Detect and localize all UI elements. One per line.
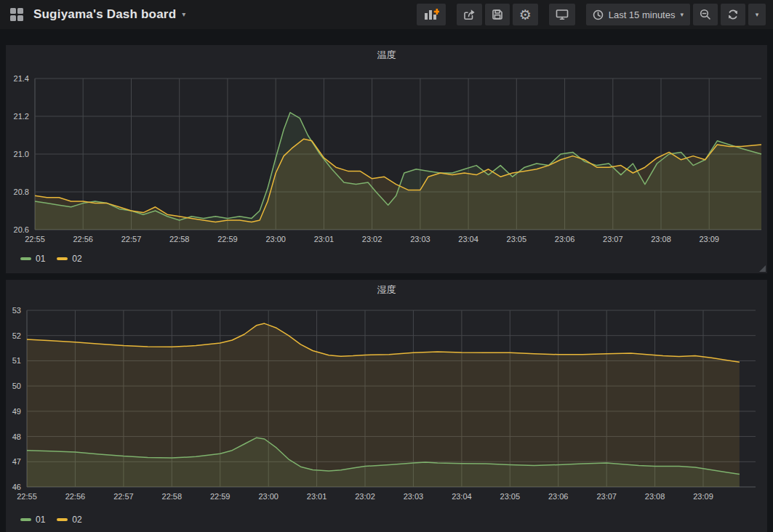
- series-01-label: 01: [36, 515, 45, 525]
- svg-text:23:04: 23:04: [458, 235, 478, 243]
- series-01-label: 01: [36, 254, 45, 264]
- time-range-label: Last 15 minutes: [609, 9, 676, 20]
- bar-chart-plus-icon: [423, 9, 439, 20]
- svg-text:23:08: 23:08: [651, 235, 671, 243]
- svg-text:22:57: 22:57: [121, 235, 142, 243]
- legend-item-01[interactable]: 01: [20, 254, 45, 264]
- svg-text:22:55: 22:55: [25, 235, 45, 243]
- series-01-swatch: [20, 518, 31, 521]
- svg-text:23:03: 23:03: [410, 235, 430, 243]
- series-02-swatch: [57, 518, 68, 521]
- svg-text:23:07: 23:07: [596, 492, 617, 501]
- time-range-picker-button[interactable]: Last 15 minutes ▾: [586, 4, 690, 25]
- svg-text:23:05: 23:05: [500, 492, 521, 501]
- series-02-label: 02: [72, 254, 81, 264]
- svg-text:46: 46: [12, 483, 21, 491]
- legend-item-02[interactable]: 02: [57, 515, 81, 525]
- humidity-legend: 01 02: [6, 515, 767, 525]
- caret-down-icon: ▾: [756, 12, 759, 18]
- svg-text:22:58: 22:58: [162, 492, 183, 501]
- monitor-icon: [556, 9, 569, 20]
- humidity-chart[interactable]: 464748495051525322:5522:5622:5722:5822:5…: [6, 300, 767, 509]
- svg-text:48: 48: [12, 432, 21, 441]
- caret-down-icon: ▾: [182, 11, 185, 18]
- settings-button[interactable]: ⚙: [513, 4, 538, 25]
- panel-humidity: 湿度 464748495051525322:5522:5622:5722:582…: [6, 280, 767, 532]
- add-panel-button[interactable]: [417, 4, 446, 25]
- svg-text:21.2: 21.2: [14, 112, 29, 121]
- svg-text:23:05: 23:05: [507, 235, 527, 243]
- svg-text:49: 49: [12, 407, 21, 416]
- share-icon: [463, 9, 476, 20]
- series-02-swatch: [57, 257, 68, 260]
- clock-icon: [593, 9, 604, 20]
- svg-text:53: 53: [12, 306, 21, 315]
- zoom-out-icon: [700, 9, 711, 20]
- toolbar: ⚙ Last 15 minutes ▾: [417, 4, 766, 25]
- temperature-legend: 01 02: [6, 254, 767, 264]
- svg-text:23:06: 23:06: [548, 492, 569, 501]
- svg-text:23:08: 23:08: [645, 492, 665, 501]
- cycle-view-mode-button[interactable]: [549, 4, 575, 25]
- share-button[interactable]: [457, 4, 482, 25]
- panel-temperature: 温度 20.620.821.021.221.422:5522:5622:5722…: [6, 45, 767, 273]
- top-navbar: Sugiyama's Dash board ▾: [0, 0, 773, 29]
- svg-text:23:04: 23:04: [452, 492, 472, 501]
- caret-down-icon: ▾: [680, 12, 684, 18]
- svg-text:22:59: 22:59: [210, 492, 231, 501]
- svg-text:23:06: 23:06: [555, 235, 575, 243]
- svg-text:23:07: 23:07: [603, 235, 623, 243]
- panel-resize-handle[interactable]: [759, 265, 766, 272]
- gear-icon: ⚙: [519, 8, 532, 22]
- svg-text:23:02: 23:02: [355, 492, 375, 501]
- svg-text:23:09: 23:09: [699, 235, 719, 243]
- panel-temperature-title[interactable]: 温度: [6, 45, 767, 65]
- zoom-out-button[interactable]: [693, 4, 718, 25]
- save-button[interactable]: [485, 4, 510, 25]
- refresh-button[interactable]: [721, 4, 745, 25]
- legend-item-01[interactable]: 01: [20, 515, 45, 525]
- legend-item-02[interactable]: 02: [57, 254, 81, 264]
- svg-text:23:03: 23:03: [404, 492, 424, 501]
- panel-humidity-title[interactable]: 湿度: [6, 280, 767, 300]
- svg-text:23:00: 23:00: [265, 235, 286, 243]
- temperature-chart[interactable]: 20.620.821.021.221.422:5522:5622:5722:58…: [6, 65, 767, 249]
- svg-text:23:00: 23:00: [258, 492, 279, 501]
- svg-text:23:01: 23:01: [314, 235, 335, 243]
- svg-text:47: 47: [12, 457, 21, 466]
- series-02-label: 02: [72, 515, 81, 525]
- svg-text:22:55: 22:55: [17, 492, 37, 501]
- svg-text:22:58: 22:58: [169, 235, 190, 243]
- svg-text:21.0: 21.0: [14, 150, 29, 158]
- dashboard-title: Sugiyama's Dash board: [33, 7, 176, 22]
- svg-text:51: 51: [12, 356, 21, 365]
- series-01-swatch: [20, 257, 31, 260]
- grid-squares-icon: [10, 8, 23, 21]
- svg-text:23:01: 23:01: [307, 492, 327, 501]
- refresh-icon: [727, 9, 739, 20]
- svg-text:20.8: 20.8: [14, 188, 29, 196]
- svg-text:21.4: 21.4: [14, 74, 29, 83]
- svg-text:22:57: 22:57: [113, 492, 134, 501]
- svg-text:23:02: 23:02: [362, 235, 383, 243]
- svg-text:20.6: 20.6: [14, 225, 29, 234]
- dashboard-title-picker[interactable]: Sugiyama's Dash board ▾: [33, 7, 185, 22]
- save-icon: [492, 9, 503, 20]
- svg-text:23:09: 23:09: [693, 492, 713, 501]
- svg-text:50: 50: [12, 382, 21, 390]
- svg-text:22:59: 22:59: [217, 235, 238, 243]
- dashboard-grid-icon[interactable]: [7, 5, 26, 24]
- svg-text:52: 52: [12, 331, 21, 340]
- svg-text:22:56: 22:56: [65, 492, 86, 501]
- refresh-interval-button[interactable]: ▾: [748, 4, 766, 25]
- svg-text:22:56: 22:56: [73, 235, 93, 243]
